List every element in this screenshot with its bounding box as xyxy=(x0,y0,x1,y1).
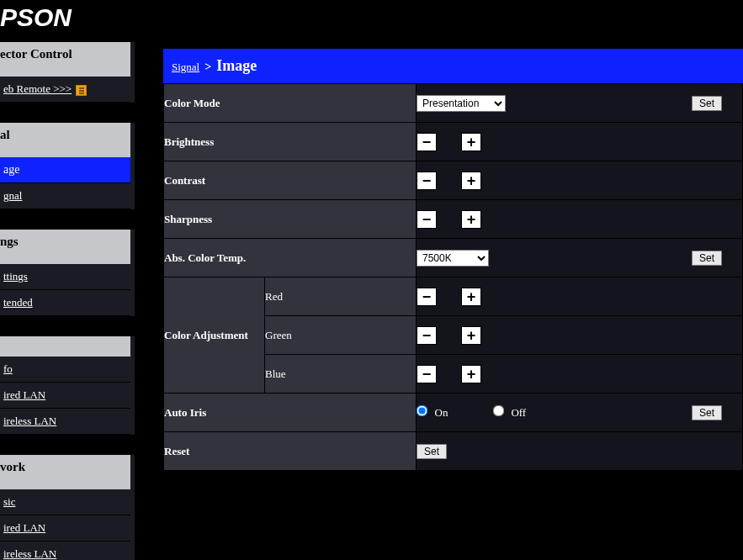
control-color-mode: Presentation Set xyxy=(417,84,743,123)
settings-table: Color Mode Presentation Set Brightness −… xyxy=(163,83,743,471)
decrement-button[interactable]: − xyxy=(417,133,437,151)
sidebar-item-image[interactable]: age xyxy=(0,157,130,183)
control-blue: − + xyxy=(417,355,743,394)
decrement-button[interactable]: − xyxy=(417,288,437,306)
control-auto-iris: On Off Set xyxy=(417,394,743,432)
set-button[interactable]: Set xyxy=(417,444,447,459)
label-sharpness: Sharpness xyxy=(164,200,417,239)
sidebar-header: ector Control xyxy=(0,42,130,77)
sidebar-item-extended[interactable]: tended xyxy=(0,290,130,316)
control-sharpness: − + xyxy=(417,200,743,239)
set-button[interactable]: Set xyxy=(692,96,722,111)
auto-iris-on-label: On xyxy=(435,406,448,419)
row-contrast: Contrast − + xyxy=(164,161,743,200)
control-brightness: − + xyxy=(417,123,743,161)
set-button[interactable]: Set xyxy=(692,251,722,266)
brand-logo: PSON xyxy=(0,0,743,42)
sidebar-item-label[interactable]: eb Remote >>> xyxy=(3,82,72,95)
sidebar-item-signal[interactable]: gnal xyxy=(0,183,130,209)
sidebar-item-label[interactable]: ireless LAN xyxy=(3,547,56,560)
row-sharpness: Sharpness − + xyxy=(164,200,743,239)
breadcrumb: Signal > Image xyxy=(163,49,743,83)
sidebar-header: ngs xyxy=(0,230,130,264)
sidebar-item-wired-lan[interactable]: ired LAN xyxy=(0,383,130,409)
control-contrast: − + xyxy=(417,161,743,200)
sidebar-item-label[interactable]: sic xyxy=(3,495,15,508)
row-auto-iris: Auto Iris On Off Set xyxy=(164,394,743,432)
control-green: − + xyxy=(417,316,743,355)
decrement-button[interactable]: − xyxy=(417,210,437,229)
remote-icon xyxy=(76,85,87,96)
decrement-button[interactable]: − xyxy=(417,172,437,190)
sidebar-item-web-remote[interactable]: eb Remote >>> xyxy=(0,77,130,103)
label-abs-color-temp: Abs. Color Temp. xyxy=(164,239,417,277)
auto-iris-off-label: Off xyxy=(511,406,526,419)
sidebar-item-info[interactable]: fo xyxy=(0,357,130,383)
sidebar-item-label[interactable]: ired LAN xyxy=(3,388,45,401)
increment-button[interactable]: + xyxy=(461,326,481,345)
label-color-adjustment: Color Adjustment xyxy=(164,277,265,394)
label-reset: Reset xyxy=(164,432,417,471)
row-color-adj-red: Color Adjustment Red − + xyxy=(164,277,743,316)
sidebar-item-wired-lan[interactable]: ired LAN xyxy=(0,515,130,542)
control-reset: Set xyxy=(417,432,743,471)
sidebar-item-label[interactable]: ired LAN xyxy=(3,521,45,534)
sidebar-item-label[interactable]: ireless LAN xyxy=(3,415,56,427)
label-blue: Blue xyxy=(265,355,417,394)
increment-button[interactable]: + xyxy=(461,365,481,383)
sidebar: ector Control eb Remote >>> al age gnal … xyxy=(0,42,143,560)
label-green: Green xyxy=(265,316,417,355)
auto-iris-on-radio[interactable] xyxy=(417,405,428,417)
sidebar-item-label[interactable]: fo xyxy=(3,362,13,375)
color-mode-select[interactable]: Presentation xyxy=(417,95,506,112)
label-brightness: Brightness xyxy=(164,123,417,161)
abs-color-temp-select[interactable]: 7500K xyxy=(417,250,489,267)
increment-button[interactable]: + xyxy=(461,172,481,190)
row-brightness: Brightness − + xyxy=(164,123,743,161)
breadcrumb-current: Image xyxy=(216,57,257,75)
set-button[interactable]: Set xyxy=(692,405,722,420)
sidebar-item-label[interactable]: tended xyxy=(3,296,33,309)
row-reset: Reset Set xyxy=(164,432,743,471)
main-panel: Signal > Image Color Mode Presentation S… xyxy=(143,42,743,560)
sidebar-header: al xyxy=(0,123,130,157)
label-color-mode: Color Mode xyxy=(164,84,417,123)
sidebar-item-label[interactable]: ttings xyxy=(3,270,28,283)
row-color-mode: Color Mode Presentation Set xyxy=(164,84,743,123)
sidebar-item-basic[interactable]: sic xyxy=(0,489,130,515)
breadcrumb-separator: > xyxy=(204,61,211,74)
control-red: − + xyxy=(417,277,743,316)
sidebar-item-label[interactable]: age xyxy=(3,163,19,176)
sidebar-section-settings: ngs ttings tended xyxy=(0,230,135,316)
label-auto-iris: Auto Iris xyxy=(164,394,417,432)
sidebar-header: vork xyxy=(0,455,130,489)
increment-button[interactable]: + xyxy=(461,210,481,229)
sidebar-section-info: fo ired LAN ireless LAN xyxy=(0,336,135,435)
sidebar-item-wireless-lan[interactable]: ireless LAN xyxy=(0,409,130,435)
decrement-button[interactable]: − xyxy=(417,326,437,345)
sidebar-header xyxy=(0,336,130,357)
sidebar-item-wireless-lan[interactable]: ireless LAN xyxy=(0,542,130,560)
sidebar-section-network: vork sic ired LAN ireless LAN ail hers xyxy=(0,455,135,560)
label-red: Red xyxy=(265,277,417,316)
control-abs-color-temp: 7500K Set xyxy=(417,239,743,277)
increment-button[interactable]: + xyxy=(461,133,481,151)
decrement-button[interactable]: − xyxy=(417,365,437,383)
auto-iris-off-radio[interactable] xyxy=(493,405,505,417)
row-abs-color-temp: Abs. Color Temp. 7500K Set xyxy=(164,239,743,277)
sidebar-item-label[interactable]: gnal xyxy=(3,189,22,202)
breadcrumb-signal-link[interactable]: Signal xyxy=(172,61,199,74)
sidebar-section-projector-control: ector Control eb Remote >>> xyxy=(0,42,135,103)
increment-button[interactable]: + xyxy=(461,288,481,306)
sidebar-item-settings[interactable]: ttings xyxy=(0,264,130,290)
sidebar-section-signal: al age gnal xyxy=(0,123,135,209)
label-contrast: Contrast xyxy=(164,161,417,200)
